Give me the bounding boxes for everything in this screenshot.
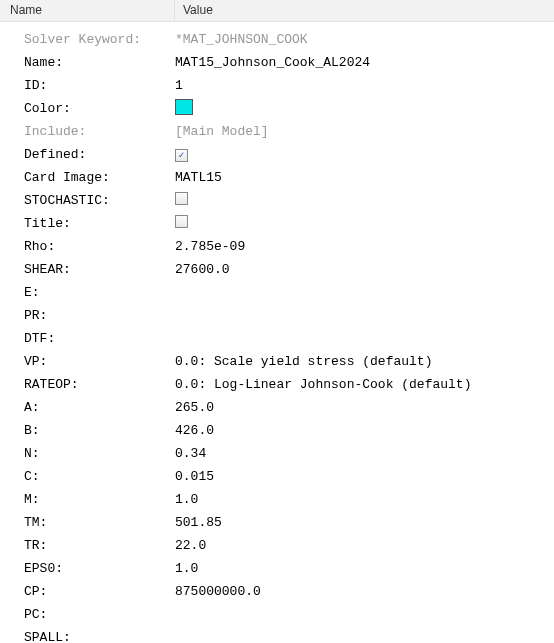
property-label: RATEOP:	[24, 377, 175, 392]
property-label: Rho:	[24, 239, 175, 254]
property-row: C:0.015	[0, 465, 554, 488]
property-label: PR:	[24, 308, 175, 323]
property-value[interactable]: *MAT_JOHNSON_COOK	[175, 32, 554, 47]
property-value[interactable]: 875000000.0	[175, 584, 554, 599]
property-row: B:426.0	[0, 419, 554, 442]
property-value[interactable]	[175, 147, 554, 163]
property-value[interactable]: 22.0	[175, 538, 554, 553]
property-grid: Solver Keyword:*MAT_JOHNSON_COOKName:MAT…	[0, 22, 554, 643]
property-value[interactable]: 0.0: Log-Linear Johnson-Cook (default)	[175, 377, 554, 392]
property-value[interactable]: 501.85	[175, 515, 554, 530]
property-value[interactable]: 265.0	[175, 400, 554, 415]
property-label: TR:	[24, 538, 175, 553]
property-label: SHEAR:	[24, 262, 175, 277]
property-row: Card Image:MATL15	[0, 166, 554, 189]
checkbox[interactable]	[175, 149, 188, 162]
property-row: M:1.0	[0, 488, 554, 511]
property-label: VP:	[24, 354, 175, 369]
property-label: C:	[24, 469, 175, 484]
property-value[interactable]	[175, 215, 554, 232]
property-row: VP:0.0: Scale yield stress (default)	[0, 350, 554, 373]
property-label: PC:	[24, 607, 175, 622]
property-row: Solver Keyword:*MAT_JOHNSON_COOK	[0, 28, 554, 51]
property-row: E:	[0, 281, 554, 304]
property-row: PC:	[0, 603, 554, 626]
property-value[interactable]: 0.34	[175, 446, 554, 461]
property-row: Name:MAT15_Johnson_Cook_AL2024	[0, 51, 554, 74]
property-row: Color:	[0, 97, 554, 120]
checkbox[interactable]	[175, 192, 188, 205]
property-label: Title:	[24, 216, 175, 231]
property-row: Rho:2.785e-09	[0, 235, 554, 258]
property-row: EPS0:1.0	[0, 557, 554, 580]
property-value[interactable]: 1.0	[175, 492, 554, 507]
property-label: TM:	[24, 515, 175, 530]
property-row: TM:501.85	[0, 511, 554, 534]
property-row: TR:22.0	[0, 534, 554, 557]
column-header-row: Name Value	[0, 0, 554, 22]
property-label: DTF:	[24, 331, 175, 346]
property-label: CP:	[24, 584, 175, 599]
property-value[interactable]: 1.0	[175, 561, 554, 576]
property-label: STOCHASTIC:	[24, 193, 175, 208]
column-header-name[interactable]: Name	[0, 0, 175, 21]
property-value[interactable]: 0.015	[175, 469, 554, 484]
property-label: B:	[24, 423, 175, 438]
property-label: M:	[24, 492, 175, 507]
property-label: E:	[24, 285, 175, 300]
property-label: N:	[24, 446, 175, 461]
property-value[interactable]	[175, 192, 554, 209]
property-value[interactable]: 27600.0	[175, 262, 554, 277]
property-row: DTF:	[0, 327, 554, 350]
property-row: SHEAR:27600.0	[0, 258, 554, 281]
column-header-value[interactable]: Value	[175, 0, 554, 21]
property-label: Color:	[24, 101, 175, 116]
property-value[interactable]: 426.0	[175, 423, 554, 438]
property-row: A:265.0	[0, 396, 554, 419]
property-label: EPS0:	[24, 561, 175, 576]
property-value[interactable]: 2.785e-09	[175, 239, 554, 254]
property-row: Defined:	[0, 143, 554, 166]
property-label: Card Image:	[24, 170, 175, 185]
property-row: Title:	[0, 212, 554, 235]
property-row: RATEOP:0.0: Log-Linear Johnson-Cook (def…	[0, 373, 554, 396]
property-value[interactable]: 0.0: Scale yield stress (default)	[175, 354, 554, 369]
property-value[interactable]: [Main Model]	[175, 124, 554, 139]
property-label: Solver Keyword:	[24, 32, 175, 47]
property-label: Defined:	[24, 147, 175, 162]
property-value[interactable]: MAT15_Johnson_Cook_AL2024	[175, 55, 554, 70]
property-label: ID:	[24, 78, 175, 93]
color-swatch[interactable]	[175, 99, 193, 115]
property-value[interactable]: 1	[175, 78, 554, 93]
property-row: N:0.34	[0, 442, 554, 465]
property-row: ID:1	[0, 74, 554, 97]
property-label: SPALL:	[24, 630, 175, 643]
property-label: Include:	[24, 124, 175, 139]
property-value[interactable]: MATL15	[175, 170, 554, 185]
property-label: A:	[24, 400, 175, 415]
property-row: SPALL:	[0, 626, 554, 643]
property-row: PR:	[0, 304, 554, 327]
property-row: CP:875000000.0	[0, 580, 554, 603]
property-value[interactable]	[175, 99, 554, 119]
property-row: Include:[Main Model]	[0, 120, 554, 143]
checkbox[interactable]	[175, 215, 188, 228]
property-row: STOCHASTIC:	[0, 189, 554, 212]
property-label: Name:	[24, 55, 175, 70]
